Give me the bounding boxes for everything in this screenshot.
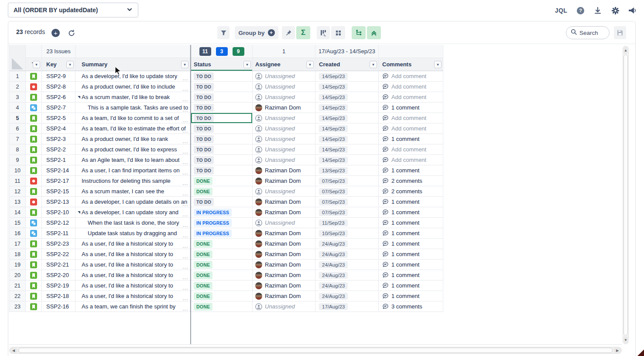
filter-dropdown-icon[interactable]: ▾ <box>66 61 74 68</box>
header-status[interactable]: Status▾ <box>191 58 253 71</box>
comments-cell[interactable]: 2 comments <box>379 176 443 186</box>
summary-cell[interactable]: Update task status by dragging and••• <box>75 228 190 239</box>
issue-type-cell[interactable] <box>26 249 42 260</box>
status-cell[interactable]: IN PROGRESS <box>191 228 253 239</box>
created-cell[interactable]: 14/Sep/23 <box>315 92 379 103</box>
assignee-cell[interactable]: Unassigned <box>253 92 315 103</box>
columns-settings-button[interactable] <box>317 26 330 39</box>
scroll-up-button[interactable]: ▲ <box>623 47 628 54</box>
assignee-cell[interactable]: Unassigned <box>253 134 315 144</box>
summary-cell[interactable]: As a product owner, I'd like to express•… <box>75 144 190 155</box>
summary-cell[interactable]: Instructions for deleting this sample••• <box>75 176 190 186</box>
status-cell[interactable]: DONE <box>191 270 253 281</box>
row-number-cell[interactable]: 19 <box>9 260 26 270</box>
issue-key-cell[interactable]: SSP2-21 <box>42 260 75 270</box>
issue-key-cell[interactable]: SSP2-11 <box>42 228 75 239</box>
collapse-all-button[interactable] <box>367 26 381 39</box>
created-cell[interactable]: 17/Aug/23 <box>315 301 379 312</box>
comments-cell[interactable]: 1 comment <box>379 134 443 144</box>
header-key[interactable]: Key▾ <box>42 58 75 71</box>
created-cell[interactable]: 14/Sep/23 <box>315 144 379 155</box>
issue-key-cell[interactable]: SSP2-18 <box>42 291 75 301</box>
vertical-scrollbar[interactable]: ▲ ▼ <box>623 46 629 344</box>
issue-key-cell[interactable]: SSP2-8 <box>42 82 75 92</box>
header-comments[interactable]: Comments▾ <box>379 58 443 71</box>
summary-cell[interactable]: As a user, I'd like a historical story t… <box>75 281 190 291</box>
created-cell[interactable]: 07/Sep/23 <box>315 186 379 197</box>
issue-type-cell[interactable] <box>26 239 42 249</box>
header-type[interactable]: T▾ <box>26 58 42 71</box>
scroll-right-button[interactable]: ▶ <box>614 348 621 353</box>
created-cell[interactable]: 07/Sep/23 <box>315 197 379 207</box>
status-cell[interactable]: TO DO <box>191 155 253 165</box>
vertical-scroll-thumb[interactable] <box>623 55 628 335</box>
status-cell[interactable]: IN PROGRESS <box>191 218 253 228</box>
assignee-cell[interactable]: Unassigned <box>253 71 315 82</box>
comments-cell[interactable]: 2 comments <box>379 186 443 197</box>
comments-cell[interactable]: 1 comment <box>379 165 443 176</box>
issue-key-cell[interactable]: SSP2-13 <box>42 197 75 207</box>
assignee-cell[interactable]: Raziman Dom <box>253 260 315 270</box>
row-number-cell[interactable]: 16 <box>9 228 26 239</box>
assignee-cell[interactable]: Raziman Dom <box>253 228 315 239</box>
assignee-cell[interactable]: Raziman Dom <box>253 103 315 113</box>
filter-button[interactable] <box>217 26 230 39</box>
created-cell[interactable]: 07/Sep/23 <box>315 176 379 186</box>
row-number-cell[interactable]: 22 <box>9 291 26 301</box>
summary-cell[interactable]: As a team, I'd like to commit to a set o… <box>75 113 190 123</box>
status-cell[interactable]: TO DO <box>191 82 253 92</box>
horizontal-scroll-thumb[interactable] <box>18 348 613 353</box>
issue-key-cell[interactable]: SSP2-10 <box>42 207 75 218</box>
filter-dropdown-icon[interactable]: ▾ <box>370 61 377 68</box>
row-number-cell[interactable]: 4 <box>9 103 26 113</box>
status-cell[interactable]: TO DO <box>191 71 253 82</box>
row-number-cell[interactable]: 9 <box>9 155 26 165</box>
created-cell[interactable]: 24/Aug/23 <box>315 291 379 301</box>
assignee-cell[interactable]: Unassigned <box>253 218 315 228</box>
comments-cell[interactable]: Add comment <box>379 82 443 92</box>
assignee-cell[interactable]: Raziman Dom <box>253 270 315 281</box>
issue-type-cell[interactable] <box>26 281 42 291</box>
issue-type-cell[interactable] <box>26 155 42 165</box>
assignee-cell[interactable]: Raziman Dom <box>253 197 315 207</box>
created-cell[interactable]: 14/Sep/23 <box>315 113 379 123</box>
filter-dropdown-icon[interactable]: ▾ <box>434 61 442 68</box>
summary-cell[interactable]: As a user, I'd like a historical story t… <box>75 270 190 281</box>
comments-cell[interactable]: 1 comment <box>379 270 443 281</box>
summary-cell[interactable]: As a developer, I can update details on … <box>75 197 190 207</box>
comments-cell[interactable]: 1 comment <box>379 103 443 113</box>
created-cell[interactable]: 14/Sep/23 <box>315 71 379 82</box>
assignee-cell[interactable]: Unassigned <box>253 144 315 155</box>
frozen-pane-divider[interactable] <box>190 45 191 344</box>
issue-type-cell[interactable] <box>26 260 42 270</box>
comments-cell[interactable]: 1 comment <box>379 197 443 207</box>
summary-cell[interactable]: As a developer, I can update story and••… <box>75 207 190 218</box>
row-number-cell[interactable]: 10 <box>9 165 26 176</box>
issue-type-cell[interactable] <box>26 197 42 207</box>
summary-cell[interactable]: As a user, I'd like a historical story t… <box>75 249 190 260</box>
issue-key-cell[interactable]: SSP2-1 <box>42 155 75 165</box>
select-all-corner[interactable] <box>9 45 26 71</box>
download-icon[interactable] <box>593 6 602 15</box>
row-number-cell[interactable]: 2 <box>9 82 26 92</box>
comments-cell[interactable]: 1 comment <box>379 291 443 301</box>
created-cell[interactable]: 07/Sep/23 <box>315 207 379 218</box>
row-number-cell[interactable]: 17 <box>9 239 26 249</box>
comments-cell[interactable]: 1 comment <box>379 281 443 291</box>
status-cell[interactable]: DONE <box>191 291 253 301</box>
announcement-megaphone-icon[interactable] <box>628 6 637 15</box>
scroll-left-button[interactable]: ◀ <box>10 348 17 353</box>
assignee-cell[interactable]: Raziman Dom <box>253 291 315 301</box>
issue-key-cell[interactable]: SSP2-14 <box>42 165 75 176</box>
pin-button[interactable] <box>282 26 295 39</box>
scroll-down-button[interactable]: ▼ <box>623 336 628 343</box>
issue-key-cell[interactable]: SSP2-3 <box>42 134 75 144</box>
comments-cell[interactable]: Add comment <box>379 113 443 123</box>
status-cell[interactable]: TO DO <box>191 92 253 103</box>
save-button[interactable] <box>614 26 626 39</box>
summary-cell[interactable]: As a user, I'd like a historical story t… <box>75 291 190 301</box>
row-number-cell[interactable]: 8 <box>9 144 26 155</box>
row-number-cell[interactable]: 5 <box>9 113 26 123</box>
issue-key-cell[interactable]: SSP2-6 <box>42 92 75 103</box>
comments-cell[interactable]: Add comment <box>379 144 443 155</box>
